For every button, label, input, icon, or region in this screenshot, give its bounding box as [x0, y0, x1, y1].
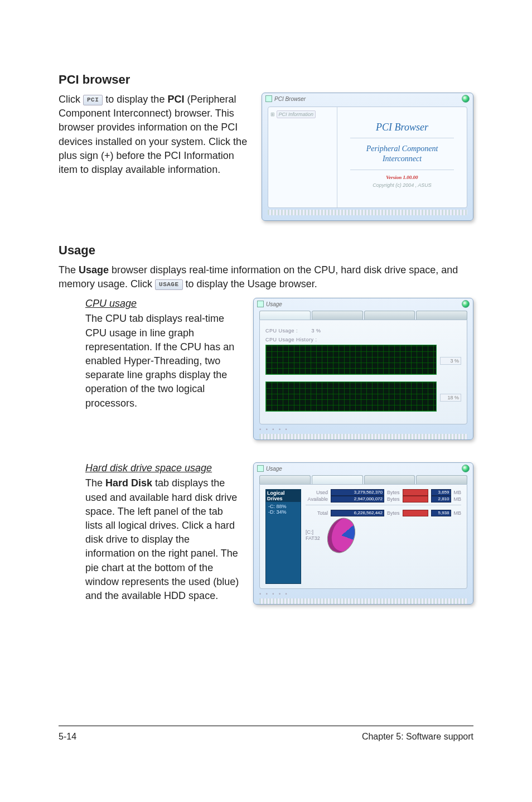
pie-chart-icon	[322, 514, 360, 557]
cpu-usage-value: 3 %	[311, 328, 321, 334]
pie-label-drive: [C:]	[306, 529, 320, 536]
hdd-body-bold: Hard Disk	[105, 477, 152, 489]
pci-p-post: (Peripheral Component Interconnect) brow…	[59, 94, 247, 175]
cpu-history-label: CPU Usage History :	[265, 337, 461, 342]
pci-window-title: PCI Browser	[274, 96, 306, 102]
list-item[interactable]: -D: 34%	[268, 509, 298, 515]
window-pager-dots: • • • • •	[259, 427, 467, 432]
table-row: Available 2,947,000,072 Bytes 2,810 MB	[306, 496, 461, 503]
tab-hdd[interactable]	[312, 475, 363, 484]
window-pager-dots: • • • • •	[259, 591, 467, 597]
window-icon	[257, 301, 264, 307]
cpu-usage-label: CPU Usage :	[265, 328, 298, 334]
cpu-graph-2	[265, 381, 437, 412]
window-icon	[265, 95, 272, 102]
pci-paragraph: Click PCI to display the PCI (Peripheral…	[59, 93, 250, 177]
pci-p-mid: to display the	[105, 94, 167, 105]
cpu-graph-1-pct: 3 %	[440, 357, 461, 365]
hdd-drive-list: Logical Drives -C: 88% -D: 34%	[265, 489, 301, 584]
close-icon[interactable]	[462, 465, 470, 472]
pci-p-bold: PCI	[167, 94, 184, 105]
tab-cpu[interactable]	[259, 311, 311, 320]
window-grip	[268, 210, 467, 215]
pci-copyright: Copyright (c) 2004 , ASUS	[373, 182, 432, 188]
table-row: Total 6,226,562,442 Bytes 5,938 MB	[306, 510, 461, 516]
usage-tabbar	[259, 311, 467, 320]
close-icon[interactable]	[462, 300, 470, 308]
tab-mem[interactable]	[364, 311, 415, 320]
pci-heading: PCI browser	[59, 73, 473, 87]
pci-panel-subtitle: Peripheral Component Interconnect	[350, 144, 454, 170]
tab-other[interactable]	[416, 475, 467, 484]
usage-tabbar	[259, 475, 467, 484]
usage-intro: The Usage browser displays real-time inf…	[59, 263, 473, 291]
pci-version: Version 1.00.00	[386, 175, 418, 180]
hdd-body: The Hard Disk tab displays the used and …	[85, 476, 242, 603]
usage-heading: Usage	[59, 243, 473, 258]
list-item[interactable]: -C: 88%	[268, 504, 298, 509]
usage-intro-bold: Usage	[79, 264, 109, 276]
usage-window-title: Usage	[266, 301, 282, 307]
pie-label-fs: FAT32	[306, 535, 320, 542]
window-grip	[259, 598, 467, 604]
tab-mem[interactable]	[364, 475, 415, 484]
usage-window-title: Usage	[266, 466, 282, 472]
cpu-graph-1	[265, 345, 437, 375]
window-icon	[257, 465, 264, 472]
window-grip	[259, 434, 467, 439]
page-number: 5-14	[59, 732, 76, 742]
hdd-drive-list-header: Logical Drives	[266, 490, 301, 502]
pci-p-pre: Click	[59, 94, 83, 105]
pci-tree-item[interactable]: PCI Information	[277, 110, 316, 118]
usage-cpu-window: Usage CPU Usage : 3 % CPU Usage History …	[253, 298, 473, 440]
table-row: Used 3,279,562,370 Bytes 3,659 MB	[306, 489, 461, 496]
pci-panel-title: PCI Browser	[350, 122, 454, 138]
usage-hdd-window: Usage Logical Drives -C: 88% -D: 34%	[253, 462, 473, 605]
tab-cpu[interactable]	[259, 475, 311, 484]
pci-tree-sidebar: ⊞ PCI Information	[268, 107, 337, 207]
usage-chip-icon: USAGE	[155, 279, 183, 290]
chapter-title: Chapter 5: Software support	[362, 732, 473, 742]
cpu-subtitle: CPU usage	[85, 298, 242, 310]
tab-other[interactable]	[416, 311, 467, 320]
pci-chip-icon: PCI	[83, 95, 103, 105]
cpu-graph-2-pct: 18 %	[440, 394, 461, 402]
hdd-subtitle: Hard disk drive space usage	[85, 462, 242, 474]
cpu-body: The CPU tab displays real-time CPU usage…	[85, 312, 242, 410]
pci-browser-window: PCI Browser ⊞ PCI Information PCI Browse…	[262, 93, 473, 221]
tab-hdd[interactable]	[312, 311, 363, 320]
close-icon[interactable]	[462, 95, 470, 103]
